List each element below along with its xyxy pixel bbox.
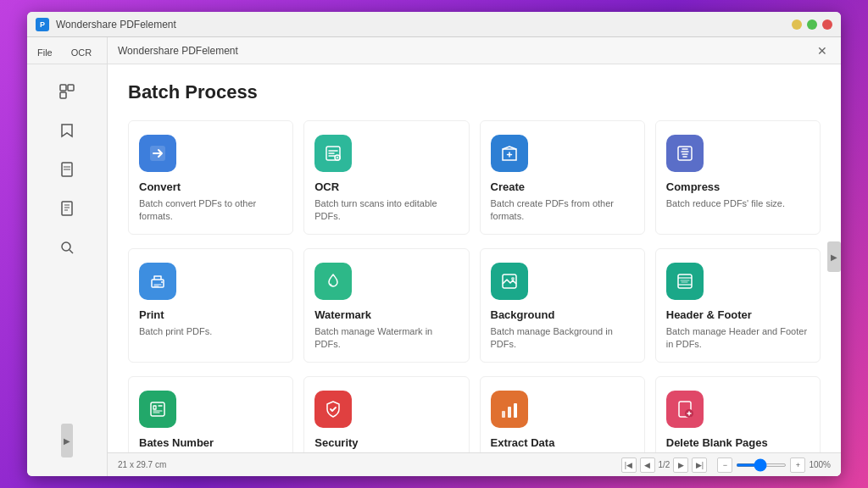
expand-arrow[interactable]: ▶	[61, 424, 73, 458]
compress-item[interactable]: Compress Batch reduce PDFs' file size.	[655, 120, 821, 235]
bookmark-icon[interactable]	[55, 119, 79, 142]
svg-rect-2	[60, 92, 66, 98]
delete-blank-icon	[666, 391, 704, 428]
svg-point-16	[511, 277, 515, 280]
dialog-title-bar: Wondershare PDFelement ✕	[108, 37, 841, 64]
watermark-icon	[314, 263, 352, 300]
print-title: Print	[139, 308, 282, 321]
search-icon[interactable]	[55, 236, 79, 259]
svg-rect-1	[68, 85, 74, 91]
create-title: Create	[491, 180, 634, 193]
header-footer-title: Header & Footer	[666, 308, 810, 321]
header-footer-item[interactable]: Header & Footer Batch manage Header and …	[655, 248, 821, 363]
outer-window: P Wondershare PDFelement File OCR	[27, 12, 841, 476]
security-icon	[314, 391, 352, 428]
zoom-level: 100%	[809, 460, 831, 469]
watermark-item[interactable]: Watermark Batch manage Watermark in PDFs…	[303, 248, 469, 363]
bates-icon	[139, 391, 176, 428]
compress-desc: Batch reduce PDFs' file size.	[666, 197, 810, 210]
grid-row-1: Convert Batch convert PDFs to other form…	[128, 120, 821, 235]
main-content: File OCR	[27, 37, 841, 476]
window-controls	[792, 19, 832, 30]
page-icon[interactable]	[55, 158, 79, 181]
header-footer-desc: Batch manage Header and Footer in PDFs.	[666, 325, 810, 352]
dialog-body: Batch Process Convert	[108, 64, 841, 476]
page-title: Batch Process	[128, 81, 821, 103]
last-page-button[interactable]: ▶|	[692, 458, 707, 473]
svg-point-7	[62, 242, 70, 251]
convert-desc: Batch convert PDFs to other formats.	[139, 197, 282, 224]
page-indicator: 1/2	[659, 460, 670, 469]
zoom-in-button[interactable]: +	[790, 458, 805, 473]
svg-line-8	[70, 250, 73, 253]
dialog-close-button[interactable]: ✕	[814, 42, 831, 59]
background-title: Background	[491, 308, 634, 321]
app-frame: Wondershare PDFelement ✕ Batch Process	[108, 37, 841, 476]
next-page-button[interactable]: ▶	[673, 458, 688, 473]
left-sidebar: File OCR	[27, 37, 108, 476]
title-bar: P Wondershare PDFelement	[27, 12, 841, 37]
svg-rect-22	[508, 407, 511, 418]
watermark-title: Watermark	[314, 308, 458, 321]
convert-item[interactable]: Convert Batch convert PDFs to other form…	[128, 120, 293, 235]
panel-icon[interactable]	[55, 80, 79, 103]
ocr-desc: Batch turn scans into editable PDFs.	[314, 197, 458, 224]
bottom-bar: 21 x 29.7 cm |◀ ◀ 1/2 ▶ ▶| − + 100%	[108, 452, 841, 476]
first-page-button[interactable]: |◀	[621, 458, 637, 473]
svg-rect-23	[514, 403, 517, 418]
convert-icon	[139, 135, 176, 172]
menu-ocr[interactable]: OCR	[68, 46, 95, 59]
ocr-title: OCR	[314, 180, 458, 193]
batch-process-dialog: Wondershare PDFelement ✕ Batch Process	[108, 37, 841, 476]
extract-title: Extract Data	[491, 436, 634, 449]
svg-rect-6	[62, 202, 72, 215]
extract-icon	[491, 391, 528, 428]
svg-rect-0	[60, 85, 66, 91]
create-desc: Batch create PDFs from other formats.	[491, 197, 634, 224]
svg-rect-21	[502, 411, 505, 418]
print-desc: Batch print PDFs.	[139, 325, 282, 338]
prev-page-button[interactable]: ◀	[640, 458, 655, 473]
app-icon: P	[36, 18, 49, 31]
ocr-item[interactable]: OCR Batch turn scans into editable PDFs.	[303, 120, 469, 235]
minimize-button[interactable]	[792, 19, 802, 30]
create-item[interactable]: Create Batch create PDFs from other form…	[480, 120, 645, 235]
close-button[interactable]	[822, 19, 832, 30]
ocr-icon	[314, 135, 352, 172]
convert-title: Convert	[139, 180, 282, 193]
menu-file[interactable]: File	[34, 46, 56, 59]
maximize-button[interactable]	[807, 19, 817, 30]
side-icons	[27, 73, 107, 266]
svg-point-14	[161, 281, 163, 283]
header-footer-icon	[666, 263, 704, 300]
create-icon	[491, 135, 528, 172]
delete-blank-title: Delete Blank Pages	[666, 436, 810, 449]
bates-title: Bates Number	[139, 436, 282, 449]
zoom-area: − + 100%	[717, 458, 831, 473]
zoom-slider[interactable]	[736, 463, 787, 467]
page-nav: |◀ ◀ 1/2 ▶ ▶|	[621, 458, 708, 473]
dialog-title-label: Wondershare PDFelement	[118, 45, 814, 57]
background-icon	[491, 263, 528, 300]
right-scroll-arrow[interactable]: ▶	[827, 241, 841, 272]
print-icon	[139, 263, 176, 300]
print-item[interactable]: Print Batch print PDFs.	[128, 248, 293, 363]
zoom-out-button[interactable]: −	[717, 458, 732, 473]
background-item[interactable]: Background Batch manage Background in PD…	[480, 248, 645, 363]
document2-icon[interactable]	[55, 197, 79, 220]
menu-bar: File OCR	[27, 41, 107, 64]
security-title: Security	[314, 436, 458, 449]
compress-title: Compress	[666, 180, 810, 193]
dimensions-label: 21 x 29.7 cm	[118, 460, 166, 469]
grid-row-2: Print Batch print PDFs. Waterma	[128, 248, 821, 363]
watermark-desc: Batch manage Watermark in PDFs.	[314, 325, 458, 352]
background-desc: Batch manage Background in PDFs.	[491, 325, 634, 352]
compress-icon	[666, 135, 704, 172]
svg-rect-17	[678, 274, 692, 288]
window-title: Wondershare PDFelement	[56, 19, 792, 30]
